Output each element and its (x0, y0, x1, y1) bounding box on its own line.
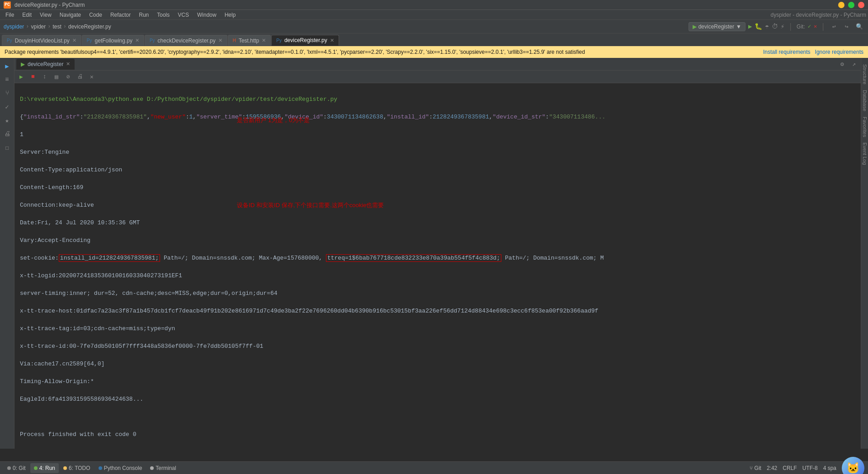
debug-button[interactable]: 🐛 (755, 23, 762, 30)
menu-help[interactable]: Help (221, 11, 240, 19)
menu-run[interactable]: Run (135, 11, 152, 19)
favorites-panel-label[interactable]: Favorites (862, 114, 868, 140)
console-line-3: Content-Type:application/json (20, 166, 855, 175)
menu-tools[interactable]: Tools (153, 11, 173, 19)
rerun-button[interactable]: ▶ (16, 72, 26, 82)
external-icon[interactable]: ↗ (849, 59, 859, 69)
concurrency-button[interactable]: ⚡ (781, 23, 784, 30)
todo-tab-label: 6: TODO (69, 465, 90, 471)
tab-label-getfollowing: getFollowing.py (95, 38, 132, 44)
menu-edit[interactable]: Edit (19, 11, 35, 19)
redo-button[interactable]: ↪ (842, 22, 852, 32)
search-button[interactable]: 🔍 (854, 22, 864, 32)
console-output[interactable]: D:\reversetool\Anaconda3\python.exe D:/P… (14, 83, 861, 449)
menu-window[interactable]: Window (193, 11, 220, 19)
sidebar-favorites-icon[interactable]: ★ (1, 114, 14, 127)
sidebar-todo-icon[interactable]: ☐ (1, 141, 14, 154)
minimize-button[interactable]: — (838, 2, 844, 8)
tab-close-douyin[interactable]: ✕ (72, 38, 76, 43)
status-crlf: CRLF (783, 465, 797, 471)
settings-icon[interactable]: ⚙ (837, 59, 847, 69)
python-console-tab[interactable]: Python Console (95, 463, 146, 473)
menu-view[interactable]: View (36, 11, 55, 19)
todo-tab[interactable]: 6: TODO (60, 463, 94, 473)
run-toolbar: ▶ ■ ↕ ▤ ⊘ 🖨 ✕ (14, 71, 861, 83)
tab-close-testhttp[interactable]: ✕ (262, 38, 266, 43)
run-tab-label: deviceRegister (28, 61, 63, 67)
install-requirements-link[interactable]: Install requirements (763, 49, 811, 55)
tab-testhttp[interactable]: H Test.http ✕ (228, 35, 271, 46)
menu-vcs[interactable]: VCS (174, 11, 193, 19)
console-line-11: x-tt-trace-tag:id=03;cdn-cache=miss;type… (20, 324, 855, 333)
filter-button[interactable]: ⊘ (63, 72, 73, 82)
git-tab-label: 0: Git (13, 465, 26, 471)
sidebar-git-icon[interactable]: ⑂ (1, 87, 14, 100)
tab-http-icon: H (233, 38, 236, 43)
tab-py-icon-checkdevice: Py (150, 38, 155, 43)
coverage-button[interactable]: ☂ (765, 23, 769, 30)
console-line-2: Server:Tengine (20, 148, 855, 157)
git-x-icon: ✕ (814, 23, 817, 30)
tab-close-getfollowing[interactable]: ✕ (135, 38, 139, 43)
maximize-button[interactable]: □ (848, 2, 854, 8)
scroll-end-button[interactable]: ↕ (40, 72, 50, 82)
status-charset: UTF-8 (802, 465, 818, 471)
title-bar: PC deviceRegister.py - PyCharm — □ ✕ (0, 0, 868, 10)
close-button[interactable]: ✕ (858, 2, 864, 8)
menu-code[interactable]: Code (85, 11, 106, 19)
ignore-requirements-link[interactable]: Ignore requirements (815, 49, 863, 55)
python-dot (99, 466, 102, 470)
run-tab-bottom[interactable]: 4: Run (30, 463, 59, 473)
clear-button[interactable]: ▤ (52, 72, 61, 82)
tab-close-checkdevice[interactable]: ✕ (218, 38, 222, 43)
far-right-sidebar: Structure Database Favorites Event Log (861, 58, 868, 449)
console-cmd-line: D:\reversetool\Anaconda3\python.exe D:/P… (20, 95, 855, 104)
print-button[interactable]: 🖨 (75, 72, 85, 82)
tab-label-douyin: DouyinHotVideoList.py (15, 38, 70, 44)
cookie-ttreq-boxed: ttreq=1$6bab767718cde832233e870a39ab554f… (326, 254, 501, 262)
sidebar-structure-icon[interactable]: ≡ (1, 73, 14, 86)
app-icon: PC (4, 1, 11, 9)
run-tab-bar: ▶ deviceRegister ✕ ⚙ ↗ (14, 58, 861, 71)
run-dot (34, 466, 38, 470)
profile-button[interactable]: ⏱ (772, 23, 778, 30)
tab-getfollowing[interactable]: Py getFollowing.py ✕ (82, 35, 144, 46)
menu-file[interactable]: File (2, 11, 18, 19)
event-log-panel-label[interactable]: Event Log (862, 140, 868, 168)
sep2: › (47, 24, 51, 30)
run-tab-deviceregister[interactable]: ▶ deviceRegister ✕ (16, 59, 75, 70)
git-tab[interactable]: 0: Git (4, 463, 29, 473)
console-line-14: Timing-Allow-Origin:* (20, 377, 855, 386)
run-config-dropdown[interactable]: ▶ deviceRegister ▼ (689, 22, 745, 31)
stop-button[interactable]: ■ (28, 72, 38, 82)
undo-button[interactable]: ↩ (829, 22, 839, 32)
console-line-12: x-tt-trace-id:00-7fe7ddb50105f7fff3448a5… (20, 342, 855, 351)
sidebar-print-icon[interactable]: 🖨 (1, 128, 14, 140)
menu-refactor[interactable]: Refactor (107, 11, 134, 19)
close-console-button[interactable]: ✕ (87, 72, 97, 82)
structure-panel-label[interactable]: Structure (862, 62, 868, 87)
tab-close-deviceregister[interactable]: ✕ (330, 38, 334, 43)
avatar-decoration: 🐱 (842, 457, 864, 474)
menu-navigate[interactable]: Navigate (56, 11, 85, 19)
tab-deviceregister[interactable]: Py deviceRegister.py ✕ (271, 35, 339, 46)
sidebar-run-icon[interactable]: ▶ (1, 60, 14, 72)
run-button[interactable]: ▶ (748, 23, 752, 30)
terminal-tab[interactable]: Terminal (146, 463, 179, 473)
tab-checkdevice[interactable]: Py checkDeviceRegister.py ✕ (145, 35, 227, 46)
file-breadcrumb: deviceRegister.py (68, 24, 111, 30)
git-label: Git: (797, 24, 805, 30)
console-line-1: 1 (20, 130, 855, 139)
sidebar-commit-icon[interactable]: ✓ (1, 100, 14, 113)
vpider-breadcrumb: vpider (31, 24, 46, 30)
console-line-5: Connection:keep-alive (20, 201, 855, 210)
run-tab-close[interactable]: ✕ (66, 61, 70, 67)
tab-douyin[interactable]: Py DouyinHotVideoList.py ✕ (2, 35, 81, 46)
run-config-name: deviceRegister (698, 24, 734, 30)
tab-label-checkdevice: checkDeviceRegister.py (158, 38, 216, 44)
console-line-6: Date:Fri, 24 Jul 2020 10:35:36 GMT (20, 218, 855, 228)
git-dot (7, 466, 11, 470)
toolbar-sep2: | (821, 22, 826, 31)
database-panel-label[interactable]: Database (862, 87, 868, 114)
run-tab-bottom-label: 4: Run (39, 465, 55, 471)
